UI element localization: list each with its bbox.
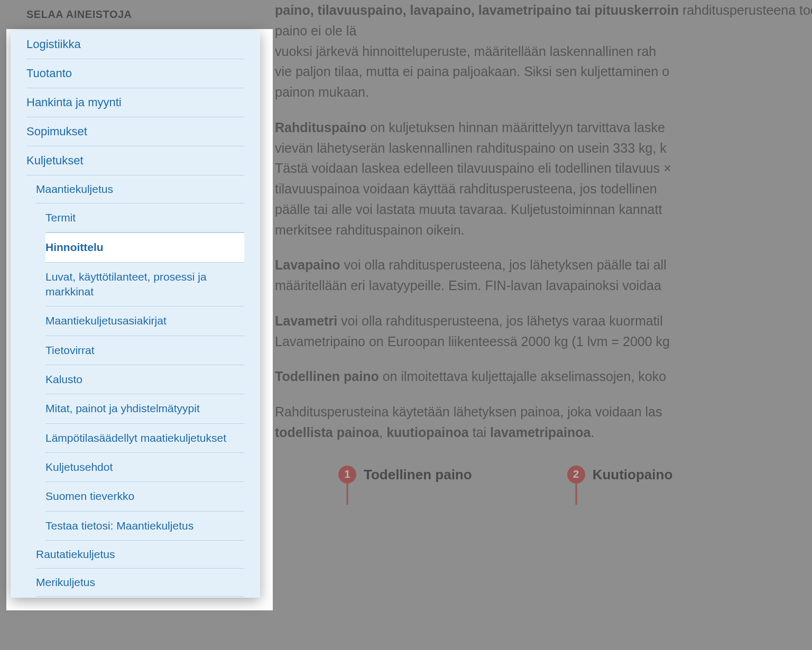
nav-tietovirrat[interactable]: Tietovirrat <box>45 336 244 365</box>
paragraph-intro: paino, tilavuuspaino, lavapaino, lavamet… <box>275 0 812 103</box>
intro-bold: paino, tilavuuspaino, lavapaino, lavamet… <box>275 3 679 17</box>
sidebar-panel: Logistiikka Tuotanto Hankinta ja myynti … <box>11 30 260 598</box>
paragraph-todellinen-paino: Todellinen paino on ilmoitettava kuljett… <box>275 366 812 387</box>
nav-hinnoittelu[interactable]: Hinnoittelu <box>45 233 244 262</box>
nav-kuljetusehdot[interactable]: Kuljetusehdot <box>45 453 244 482</box>
figure-badge-1: 1 <box>338 466 356 484</box>
nav-merikuljetus[interactable]: Merikuljetus <box>36 569 244 597</box>
article-content: paino, tilavuuspaino, lavapaino, lavamet… <box>275 0 812 485</box>
term-rahdituspaino: Rahdituspaino <box>275 120 367 135</box>
figure-label-2: Kuutiopaino <box>593 464 673 485</box>
sidebar-heading: SELAA AINEISTOJA <box>11 0 260 30</box>
nav-kuljetukset[interactable]: Kuljetukset <box>26 146 244 175</box>
nav-asiakirjat[interactable]: Maantiekuljetusasiakirjat <box>45 307 244 336</box>
term-todellinen-paino: Todellinen paino <box>275 369 379 384</box>
term-lavapaino: Lavapaino <box>275 257 340 272</box>
figure-item-1: 1 Todellinen paino <box>338 464 472 485</box>
term-lavametri: Lavametri <box>275 313 337 328</box>
nav-luvat[interactable]: Luvat, käyttötilanteet, prosessi ja mark… <box>45 263 244 307</box>
paragraph-summary: Rahditusperusteina käytetään lähetyksen … <box>275 402 812 443</box>
sidebar: SELAA AINEISTOJA Logistiikka Tuotanto Ha… <box>11 0 260 598</box>
figure-badge-2: 2 <box>567 466 585 484</box>
nav-lampotila[interactable]: Lämpötilasäädellyt maatiekuljetukset <box>45 424 244 453</box>
nav-kuljetukset-children: Maantiekuljetus Termit Hinnoittelu Luvat… <box>20 175 260 597</box>
paragraph-lavapaino: Lavapaino voi olla rahditusperusteena, j… <box>275 255 812 296</box>
nav-kalusto[interactable]: Kalusto <box>45 365 244 394</box>
nav-termit[interactable]: Termit <box>45 203 244 233</box>
paragraph-lavametri: Lavametri voi olla rahditusperusteena, j… <box>275 311 812 352</box>
nav-mitat-painot[interactable]: Mitat, painot ja yhdistelmätyypit <box>45 394 244 423</box>
figure-label-1: Todellinen paino <box>364 464 472 485</box>
figure-legend: 1 Todellinen paino 2 Kuutiopaino <box>275 464 812 485</box>
nav-rautatiekuljetus[interactable]: Rautatiekuljetus <box>36 541 244 569</box>
nav-maantiekuljetus-children: Termit Hinnoittelu Luvat, käyttötilantee… <box>30 203 260 541</box>
nav-sopimukset[interactable]: Sopimukset <box>26 117 244 146</box>
nav-suomen-tieverkko[interactable]: Suomen tieverkko <box>45 482 244 511</box>
paragraph-rahdituspaino: Rahdituspaino on kuljetuksen hinnan määr… <box>275 117 812 240</box>
nav-root: Logistiikka Tuotanto Hankinta ja myynti … <box>11 30 260 597</box>
nav-logistiikka[interactable]: Logistiikka <box>26 30 244 59</box>
nav-tuotanto[interactable]: Tuotanto <box>26 59 244 88</box>
nav-testaa-tietosi[interactable]: Testaa tietosi: Maantiekuljetus <box>45 512 244 541</box>
nav-maantiekuljetus[interactable]: Maantiekuljetus <box>36 175 244 203</box>
figure-item-2: 2 Kuutiopaino <box>567 464 673 485</box>
nav-hankinta-ja-myynti[interactable]: Hankinta ja myynti <box>26 88 244 117</box>
